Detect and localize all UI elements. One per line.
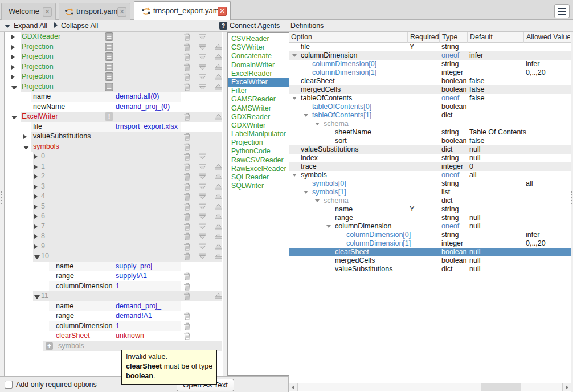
collapse-expander-icon[interactable] (304, 114, 308, 117)
expand-expander-icon[interactable] (11, 55, 17, 59)
delete-icon[interactable] (183, 63, 191, 73)
move-down-icon[interactable] (199, 153, 206, 161)
move-up-icon[interactable] (215, 74, 222, 81)
agent-options-icon[interactable] (105, 63, 113, 73)
collapse-expander-icon[interactable] (326, 225, 331, 228)
tree-row[interactable]: 10 (5, 251, 223, 262)
tree-row[interactable]: 5 (5, 202, 223, 212)
cell-option[interactable]: columnDimension[0] (312, 60, 376, 68)
move-down-icon[interactable] (199, 243, 206, 251)
expand-expander-icon[interactable] (34, 224, 40, 229)
close-icon[interactable]: ✕ (117, 7, 126, 17)
collapse-expander-icon[interactable] (11, 116, 17, 120)
tree-node-value[interactable]: unknown (116, 331, 144, 341)
agent-item-rawexcelreader[interactable]: RawExcelReader (228, 165, 289, 173)
collapse-expander-icon[interactable] (23, 146, 29, 150)
definition-row[interactable]: columnDimension[1]integer0,..,20 (289, 68, 571, 77)
collapse-expander-icon[interactable] (304, 191, 308, 194)
definition-row[interactable]: mergedCellsbooleannull (289, 256, 571, 265)
agent-item-sqlwriter[interactable]: SQLWriter (228, 182, 289, 190)
cell-option[interactable]: symbols[0] (312, 179, 346, 188)
delete-icon[interactable] (183, 183, 191, 193)
delete-icon[interactable] (183, 332, 191, 342)
scroll-right-arrow-icon[interactable] (562, 383, 571, 391)
definition-row[interactable]: nameYstring (289, 205, 571, 214)
move-up-icon[interactable] (215, 203, 222, 211)
add-icon[interactable]: + (46, 342, 53, 350)
agent-item-rawcsvreader[interactable]: RawCSVReader (228, 156, 289, 165)
tree-row[interactable]: namesupply_proj_ (5, 262, 223, 272)
agent-options-icon[interactable] (105, 32, 113, 43)
tree-row[interactable]: filetrnsport_export.xlsx (5, 122, 223, 132)
tree-row[interactable]: Projection (5, 72, 223, 82)
move-down-icon[interactable] (199, 164, 206, 172)
move-down-icon[interactable] (199, 203, 206, 211)
tree-row[interactable]: 8 (5, 231, 223, 242)
tree-row[interactable]: namedemand.all(0) (5, 92, 223, 102)
definition-row[interactable]: columnDimension[0]stringinfer (289, 60, 571, 68)
expand-expander-icon[interactable] (34, 165, 40, 169)
definition-row[interactable]: sortbooleanfalse (289, 137, 571, 145)
delete-icon[interactable] (183, 113, 191, 122)
delete-icon[interactable] (183, 292, 191, 302)
collapse-expander-icon[interactable] (11, 86, 17, 91)
move-up-icon[interactable] (215, 293, 222, 301)
tree-agents-splitter[interactable] (223, 32, 227, 376)
delete-icon[interactable] (183, 272, 191, 282)
cell-option[interactable]: tableOfContents[0] (312, 103, 371, 111)
move-up-icon[interactable] (215, 164, 222, 172)
tree-row[interactable]: 4 (5, 191, 223, 202)
close-icon[interactable]: ✕ (218, 7, 227, 16)
tree-row[interactable]: rangedemand!A1 (5, 311, 223, 321)
tree-row[interactable]: namedemand_proj_ (5, 301, 223, 312)
delete-icon[interactable] (183, 173, 191, 182)
agent-item-gdxreader[interactable]: GDXReader (228, 113, 289, 121)
agent-item-filter[interactable]: Filter (228, 87, 289, 95)
delete-icon[interactable] (183, 232, 191, 242)
column-header-required[interactable]: Required (408, 32, 440, 43)
move-up-icon[interactable] (215, 183, 222, 191)
agent-options-icon[interactable] (105, 43, 113, 53)
definition-row[interactable]: fileYstring (289, 43, 571, 51)
agent-item-excelreader[interactable]: ExcelReader (228, 70, 289, 78)
left-splitter[interactable] (0, 32, 4, 376)
move-up-icon[interactable] (215, 223, 222, 231)
tree-row[interactable]: 6 (5, 211, 223, 222)
tree-row[interactable]: columnDimension1 (5, 281, 223, 292)
expand-expander-icon[interactable] (34, 194, 40, 199)
expand-expander-icon[interactable] (34, 244, 40, 249)
definition-row[interactable]: traceinteger0 (289, 162, 571, 171)
collapse-expander-icon[interactable] (315, 199, 320, 202)
definition-row[interactable]: mergedCellsbooleanfalse (289, 85, 571, 94)
close-icon[interactable]: ✕ (43, 7, 52, 17)
move-up-icon[interactable] (215, 44, 222, 52)
column-header-default[interactable]: Default (468, 32, 524, 43)
delete-icon[interactable] (183, 143, 191, 153)
tree-row[interactable]: 1 (5, 162, 223, 172)
move-down-icon[interactable] (199, 34, 206, 42)
definition-row[interactable]: symbols[0]stringall (289, 179, 571, 188)
move-down-icon[interactable] (199, 233, 206, 241)
definition-row[interactable]: tableOfContents[1]dict (289, 111, 571, 120)
tree-node-value[interactable]: supply!A1 (116, 271, 147, 281)
move-up-icon[interactable] (215, 253, 222, 261)
agent-item-csvwriter[interactable]: CSVWriter (228, 43, 289, 52)
tree-row[interactable]: Projection (5, 82, 223, 92)
cell-option[interactable]: columnDimension[1] (346, 239, 411, 248)
tree-node-value[interactable]: supply_proj_ (116, 262, 156, 272)
column-header-allowed-values[interactable]: Allowed Values (524, 32, 570, 43)
definition-row[interactable]: valueSubstitutionsdictnull (289, 145, 571, 154)
tree-row[interactable]: clearSheetunknown (5, 331, 223, 341)
definition-row[interactable]: schemadict (289, 197, 571, 205)
tree-row[interactable]: valueSubstitutions (5, 132, 223, 142)
agent-item-pythoncode[interactable]: PythonCode (228, 147, 289, 156)
help-icon[interactable]: ? (219, 22, 227, 30)
agent-options-icon[interactable] (105, 52, 113, 63)
move-down-icon[interactable] (199, 74, 206, 81)
tree-row[interactable]: Projection (5, 62, 223, 72)
expand-expander-icon[interactable] (34, 185, 40, 189)
expand-expander-icon[interactable] (11, 45, 17, 50)
collapse-expander-icon[interactable] (34, 255, 40, 260)
tree-row[interactable]: newNamedemand_proj_(0) (5, 102, 223, 112)
scroll-left-arrow-icon[interactable] (289, 383, 298, 391)
